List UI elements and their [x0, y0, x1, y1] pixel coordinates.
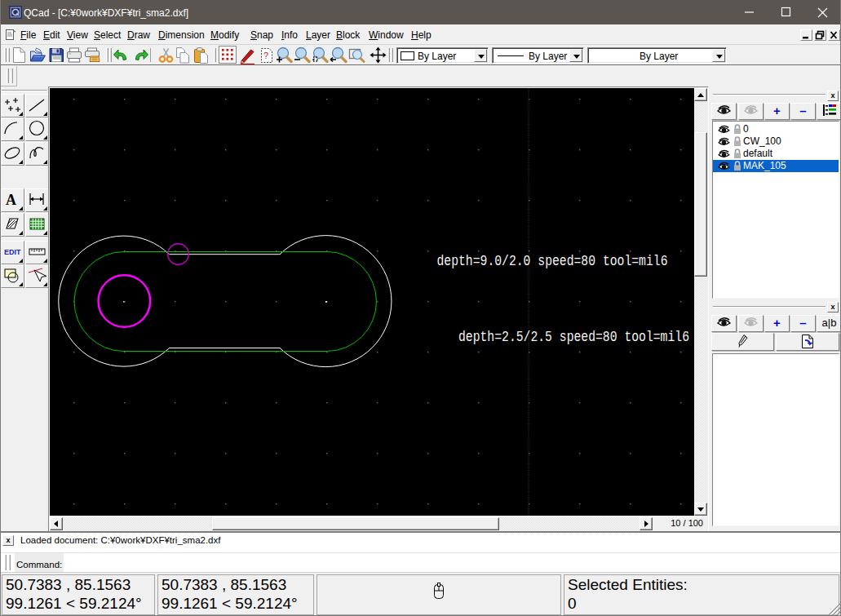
- svg-text:depth=9.0/2.0 speed=80 tool=mi: depth=9.0/2.0 speed=80 tool=mil6: [437, 253, 668, 269]
- svg-text:EDIT: EDIT: [4, 248, 21, 256]
- svg-text:A: A: [6, 192, 16, 208]
- svg-text:?: ?: [263, 51, 268, 60]
- svg-text:depth=2.5/2.5 speed=80 tool=mi: depth=2.5/2.5 speed=80 tool=mil6: [458, 329, 689, 345]
